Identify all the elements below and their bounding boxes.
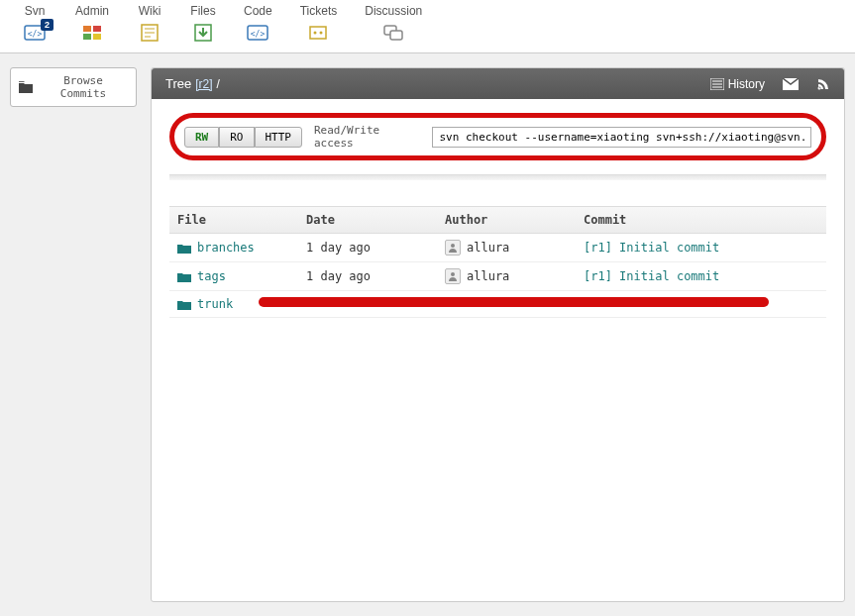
history-link[interactable]: History <box>710 77 765 91</box>
code-icon: </> <box>245 22 270 44</box>
files-icon <box>190 22 216 44</box>
svg-rect-4 <box>83 34 91 40</box>
protocol-http-button[interactable]: HTTP <box>255 127 303 148</box>
nav-files[interactable]: Files <box>176 0 230 52</box>
col-date: Date <box>306 213 445 227</box>
svg-rect-2 <box>83 26 91 32</box>
author-cell: allura <box>445 268 584 284</box>
listing-header: File Date Author Commit <box>169 207 826 234</box>
protocol-buttons: RWROHTTP <box>184 127 302 148</box>
table-row: branches1 day agoallura[r1] Initial comm… <box>169 234 826 262</box>
svg-rect-5 <box>93 34 101 40</box>
access-description: Read/Write access <box>314 124 420 150</box>
folder-icon <box>177 243 191 254</box>
mail-icon[interactable] <box>783 78 799 90</box>
tickets-icon <box>305 22 331 44</box>
admin-icon <box>79 22 105 44</box>
table-row: tags1 day agoallura[r1] Initial commit <box>169 262 826 291</box>
nav-label: Files <box>190 4 215 18</box>
folder-icon <box>19 81 33 93</box>
col-author: Author <box>445 213 584 227</box>
revision-link[interactable]: [r2] <box>195 77 212 91</box>
svg-text:</>: </> <box>28 30 43 39</box>
nav-svn[interactable]: Svn</>2 <box>8 0 61 52</box>
nav-wiki[interactable]: Wiki <box>123 0 176 52</box>
avatar <box>445 240 461 256</box>
commit-link[interactable]: [r1] Initial commit <box>584 241 818 255</box>
svg-rect-13 <box>310 27 326 39</box>
folder-link-branches[interactable]: branches <box>177 241 306 255</box>
top-navigation: Svn</>2AdminWikiFilesCode</>TicketsDiscu… <box>0 0 855 53</box>
discussion-icon <box>380 22 406 44</box>
folder-name: tags <box>197 269 226 283</box>
nav-admin[interactable]: Admin <box>61 0 123 52</box>
protocol-rw-button[interactable]: RW <box>184 127 219 148</box>
rss-icon[interactable] <box>816 77 830 91</box>
checkout-command-input[interactable] <box>432 127 811 148</box>
col-commit: Commit <box>584 213 818 227</box>
tree-label: Tree <box>165 76 191 91</box>
title-bar: Tree [r2] / History <box>152 68 844 99</box>
nav-label: Wiki <box>139 4 161 18</box>
nav-tickets[interactable]: Tickets <box>286 0 352 52</box>
nav-label: Code <box>244 4 272 18</box>
svg-point-14 <box>314 32 317 35</box>
history-label: History <box>728 77 765 91</box>
history-icon <box>710 78 724 90</box>
divider <box>169 174 826 180</box>
nav-label: Discussion <box>365 4 422 18</box>
nav-discussion[interactable]: Discussion <box>351 0 436 52</box>
sidebar: Browse Commits <box>10 67 137 602</box>
folder-name: branches <box>197 241 255 255</box>
svg-point-24 <box>451 272 455 276</box>
protocol-ro-button[interactable]: RO <box>219 127 254 148</box>
access-bar: RWROHTTP Read/Write access <box>169 113 826 160</box>
nav-code[interactable]: Code</> <box>230 0 286 52</box>
svg-point-23 <box>451 244 455 248</box>
avatar <box>445 268 461 284</box>
table-row: trunk <box>169 291 826 318</box>
author-cell: allura <box>445 240 584 256</box>
nav-badge: 2 <box>41 19 53 31</box>
svg-rect-17 <box>390 31 402 40</box>
title-actions: History <box>710 77 830 91</box>
main-panel: Tree [r2] / History RWROHTTP R <box>151 67 845 602</box>
nav-label: Svn <box>25 4 46 18</box>
folder-link-trunk[interactable]: trunk <box>177 297 306 311</box>
folder-icon <box>177 299 191 310</box>
svg-rect-3 <box>93 26 101 32</box>
path-slash: / <box>217 77 220 91</box>
folder-icon <box>177 271 191 282</box>
author-name: allura <box>467 269 509 283</box>
nav-label: Admin <box>75 4 109 18</box>
date-cell: 1 day ago <box>306 241 445 255</box>
browse-commits-button[interactable]: Browse Commits <box>10 67 137 107</box>
browse-commits-label: Browse Commits <box>39 74 128 100</box>
svg-text:</>: </> <box>251 30 266 39</box>
wiki-icon <box>137 22 162 44</box>
file-listing: File Date Author Commit branches1 day ag… <box>169 206 826 318</box>
date-cell: 1 day ago <box>306 269 445 283</box>
col-file: File <box>177 213 306 227</box>
folder-link-tags[interactable]: tags <box>177 269 306 283</box>
folder-name: trunk <box>197 297 233 311</box>
commit-link[interactable]: [r1] Initial commit <box>584 269 818 283</box>
svg-point-15 <box>320 32 323 35</box>
author-name: allura <box>467 241 509 255</box>
page-body: Browse Commits Tree [r2] / History <box>0 53 855 616</box>
svn-icon: </>2 <box>22 22 48 44</box>
nav-label: Tickets <box>300 4 338 18</box>
